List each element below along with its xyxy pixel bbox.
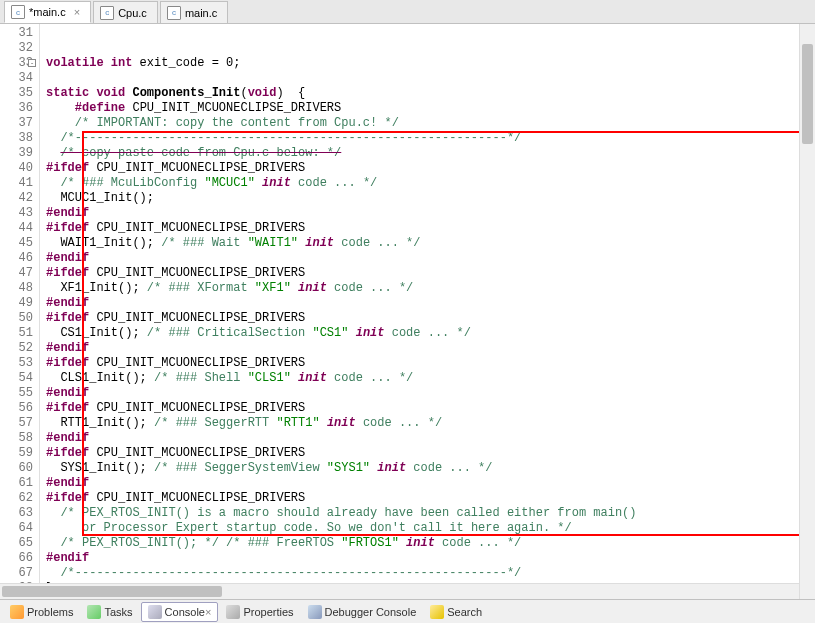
code-line[interactable]: #endif <box>46 296 815 311</box>
line-number: 37 <box>2 116 33 131</box>
code-line[interactable]: /* ### McuLibConfig "MCUC1" init code ..… <box>46 176 815 191</box>
close-icon[interactable]: × <box>205 606 211 618</box>
code-line[interactable]: WAIT1_Init(); /* ### Wait "WAIT1" init c… <box>46 236 815 251</box>
code-line[interactable]: #ifdef CPU_INIT_MCUONECLIPSE_DRIVERS <box>46 446 815 461</box>
view-tab-problems[interactable]: Problems <box>4 603 79 621</box>
line-number: 56 <box>2 401 33 416</box>
c-file-icon: c <box>167 6 181 20</box>
code-editor[interactable]: 313233-343536373839404142434445464748495… <box>0 24 815 599</box>
view-tab-label: Search <box>447 606 482 618</box>
line-number: 60 <box>2 461 33 476</box>
line-number: 34 <box>2 71 33 86</box>
code-line[interactable]: #endif <box>46 431 815 446</box>
line-number: 53 <box>2 356 33 371</box>
code-line[interactable]: #ifdef CPU_INIT_MCUONECLIPSE_DRIVERS <box>46 401 815 416</box>
code-line[interactable]: /*--------------------------------------… <box>46 131 815 146</box>
view-tab-label: Problems <box>27 606 73 618</box>
line-number: 63 <box>2 506 33 521</box>
line-number: 65 <box>2 536 33 551</box>
code-line[interactable]: MCUC1_Init(); <box>46 191 815 206</box>
view-tab-console[interactable]: Console × <box>141 602 219 622</box>
line-number: 47 <box>2 266 33 281</box>
code-line[interactable]: #ifdef CPU_INIT_MCUONECLIPSE_DRIVERS <box>46 266 815 281</box>
line-number: 67 <box>2 566 33 581</box>
code-line[interactable]: /* PEX_RTOS_INIT(); */ /* ### FreeRTOS "… <box>46 536 815 551</box>
code-line[interactable]: /* copy paste code from Cpu.c below: */ <box>46 146 815 161</box>
code-line[interactable]: #define CPU_INIT_MCUONECLIPSE_DRIVERS <box>46 101 815 116</box>
tab-main-c-dirty[interactable]: c *main.c × <box>4 1 91 23</box>
code-line[interactable]: #ifdef CPU_INIT_MCUONECLIPSE_DRIVERS <box>46 356 815 371</box>
line-number: 44 <box>2 221 33 236</box>
line-number: 50 <box>2 311 33 326</box>
line-number: 35 <box>2 86 33 101</box>
line-number: 57 <box>2 416 33 431</box>
code-line[interactable]: /* IMPORTANT: copy the content from Cpu.… <box>46 116 815 131</box>
close-icon[interactable]: × <box>74 6 80 18</box>
code-line[interactable]: /*--------------------------------------… <box>46 566 815 581</box>
code-line[interactable]: #endif <box>46 341 815 356</box>
code-line[interactable]: #endif <box>46 386 815 401</box>
scroll-thumb[interactable] <box>2 586 222 597</box>
view-tab-search[interactable]: Search <box>424 603 488 621</box>
vertical-scrollbar[interactable] <box>799 24 815 599</box>
line-number: 58 <box>2 431 33 446</box>
view-tab-debugger-console[interactable]: Debugger Console <box>302 603 423 621</box>
code-body[interactable]: volatile int exit_code = 0;static void C… <box>40 24 815 599</box>
code-line[interactable]: #ifdef CPU_INIT_MCUONECLIPSE_DRIVERS <box>46 221 815 236</box>
line-number: 39 <box>2 146 33 161</box>
line-number: 41 <box>2 176 33 191</box>
line-number: 42 <box>2 191 33 206</box>
line-number: 32 <box>2 41 33 56</box>
line-number: 46 <box>2 251 33 266</box>
line-number: 54 <box>2 371 33 386</box>
code-line[interactable]: SYS1_Init(); /* ### SeggerSystemView "SY… <box>46 461 815 476</box>
console-icon <box>148 605 162 619</box>
view-tab-tasks[interactable]: Tasks <box>81 603 138 621</box>
line-number: 49 <box>2 296 33 311</box>
code-line[interactable]: /* PEX_RTOS_INIT() is a macro should alr… <box>46 506 815 521</box>
code-line[interactable]: #ifdef CPU_INIT_MCUONECLIPSE_DRIVERS <box>46 491 815 506</box>
line-number: 40 <box>2 161 33 176</box>
search-icon <box>430 605 444 619</box>
line-number: 48 <box>2 281 33 296</box>
view-tab-label: Debugger Console <box>325 606 417 618</box>
code-line[interactable]: or Processor Expert startup code. So we … <box>46 521 815 536</box>
tab-main-c[interactable]: c main.c <box>160 1 228 23</box>
code-line[interactable]: CS1_Init(); /* ### CriticalSection "CS1"… <box>46 326 815 341</box>
code-line[interactable]: #endif <box>46 206 815 221</box>
view-tab-label: Properties <box>243 606 293 618</box>
view-tab-label: Tasks <box>104 606 132 618</box>
line-number: 38 <box>2 131 33 146</box>
line-number: 52 <box>2 341 33 356</box>
editor-tab-bar: c *main.c × c Cpu.c c main.c <box>0 0 815 24</box>
code-line[interactable]: RTT1_Init(); /* ### SeggerRTT "RTT1" ini… <box>46 416 815 431</box>
code-line[interactable]: #ifdef CPU_INIT_MCUONECLIPSE_DRIVERS <box>46 311 815 326</box>
line-number: 59 <box>2 446 33 461</box>
line-number: 66 <box>2 551 33 566</box>
code-line[interactable] <box>46 71 815 86</box>
tasks-icon <box>87 605 101 619</box>
properties-icon <box>226 605 240 619</box>
horizontal-scrollbar[interactable] <box>0 583 799 599</box>
scroll-thumb[interactable] <box>802 44 813 144</box>
code-line[interactable]: static void Components_Init(void) { <box>46 86 815 101</box>
tab-cpu-c[interactable]: c Cpu.c <box>93 1 158 23</box>
line-number-gutter: 313233-343536373839404142434445464748495… <box>0 24 40 599</box>
fold-toggle-icon[interactable]: - <box>28 59 36 67</box>
code-line[interactable]: XF1_Init(); /* ### XFormat "XF1" init co… <box>46 281 815 296</box>
tab-label: Cpu.c <box>118 7 147 19</box>
line-number: 51 <box>2 326 33 341</box>
line-number: 62 <box>2 491 33 506</box>
code-line[interactable]: volatile int exit_code = 0; <box>46 56 815 71</box>
code-line[interactable]: CLS1_Init(); /* ### Shell "CLS1" init co… <box>46 371 815 386</box>
tab-label: main.c <box>185 7 217 19</box>
problems-icon <box>10 605 24 619</box>
line-number: 31 <box>2 26 33 41</box>
code-line[interactable]: #endif <box>46 251 815 266</box>
code-line[interactable]: #endif <box>46 551 815 566</box>
code-line[interactable]: #ifdef CPU_INIT_MCUONECLIPSE_DRIVERS <box>46 161 815 176</box>
tab-label: *main.c <box>29 6 66 18</box>
view-tab-label: Console <box>165 606 205 618</box>
code-line[interactable]: #endif <box>46 476 815 491</box>
view-tab-properties[interactable]: Properties <box>220 603 299 621</box>
